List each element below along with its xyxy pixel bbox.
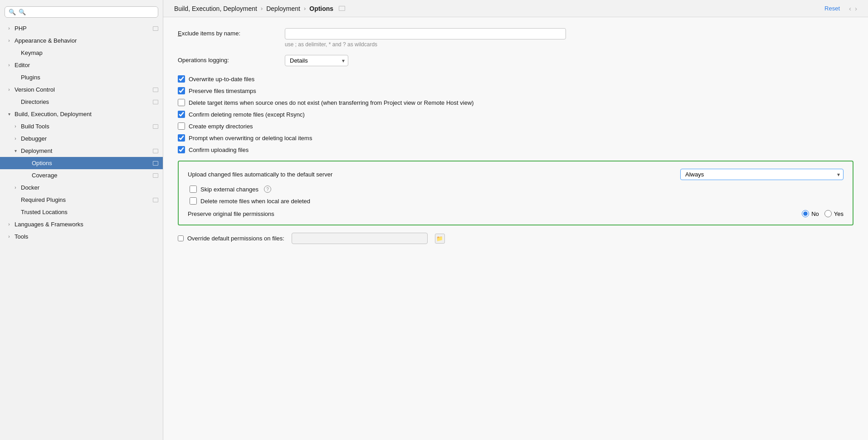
sidebar-item-label: Directories	[21, 98, 150, 105]
reset-button[interactable]: Reset	[824, 5, 840, 12]
preserve-no-option[interactable]: No	[802, 210, 819, 217]
sidebar-item-directories[interactable]: Directories	[0, 96, 163, 108]
preserve-radio-group: No Yes	[802, 210, 844, 217]
skip-external-label[interactable]: Skip external changes	[200, 186, 258, 193]
search-icon: 🔍	[9, 9, 16, 15]
header: Build, Execution, Deployment › Deploymen…	[163, 0, 868, 17]
exclude-items-input[interactable]: .svn;.cvs;.idea;.DS_Store;.git;.hg;*.hpr…	[285, 28, 566, 39]
overwrite-label[interactable]: Overwrite up-to-date files	[189, 76, 254, 83]
checkbox-overwrite: Overwrite up-to-date files	[178, 75, 853, 83]
sidebar-item-required-plugins[interactable]: Required Plugins	[0, 194, 163, 206]
sidebar-item-build-tools[interactable]: › Build Tools	[0, 120, 163, 132]
delete-remote-label[interactable]: Delete remote files when local are delet…	[200, 198, 310, 205]
sidebar-item-label: Appearance & Behavior	[15, 37, 158, 44]
sidebar-item-docker[interactable]: › Docker	[0, 181, 163, 194]
confirm-uploading-checkbox[interactable]	[178, 146, 185, 153]
sidebar-item-label: Build Tools	[21, 123, 150, 130]
sidebar-item-keymap[interactable]: Keymap	[0, 47, 163, 59]
sidebar-item-options[interactable]: Options	[0, 157, 163, 169]
monitor-icon	[153, 173, 158, 178]
sidebar-item-label: Coverage	[32, 172, 150, 179]
exclude-items-control: .svn;.cvs;.idea;.DS_Store;.git;.hg;*.hpr…	[285, 28, 853, 48]
nav-back-button[interactable]: ‹	[849, 5, 851, 12]
breadcrumb-deployment: Deployment	[266, 5, 300, 12]
preserve-permissions-label: Preserve original file permissions	[188, 210, 795, 217]
sidebar-item-build-execution-deployment[interactable]: ▾ Build, Execution, Deployment	[0, 108, 163, 120]
folder-icon: 📁	[436, 235, 443, 242]
monitor-icon	[153, 124, 158, 129]
preserve-yes-radio[interactable]	[824, 210, 832, 217]
operations-logging-select[interactable]: Details Debug Info Warning Error	[285, 55, 348, 66]
preserve-yes-label: Yes	[834, 210, 844, 217]
breadcrumb-sep-2: ›	[304, 5, 306, 12]
exclude-items-hint: use ; as delimiter, * and ? as wildcards	[285, 41, 853, 48]
highlighted-section: Upload changed files automatically to th…	[178, 161, 853, 225]
skip-external-checkbox[interactable]	[190, 186, 197, 193]
monitor-icon	[153, 161, 158, 166]
operations-logging-select-wrapper: Details Debug Info Warning Error	[285, 55, 348, 66]
monitor-icon	[153, 149, 158, 153]
preserve-timestamps-checkbox[interactable]	[178, 87, 185, 94]
override-label-group: Override default permissions on files:	[178, 235, 284, 242]
folder-button[interactable]: 📁	[435, 234, 445, 244]
sidebar-item-label: Keymap	[21, 49, 158, 56]
header-monitor-icon	[339, 6, 345, 11]
sidebar: 🔍 › PHP › Appearance & Behavior Keymap ›…	[0, 0, 163, 440]
delete-remote-checkbox[interactable]	[190, 197, 197, 205]
confirm-uploading-label[interactable]: Confirm uploading files	[189, 147, 249, 153]
prompt-overwriting-checkbox[interactable]	[178, 134, 185, 142]
monitor-icon	[153, 100, 158, 104]
sidebar-item-label: Debugger	[21, 135, 158, 142]
checkbox-delete-remote: Delete remote files when local are delet…	[190, 197, 844, 205]
sidebar-item-editor[interactable]: › Editor	[0, 59, 163, 71]
create-empty-label[interactable]: Create empty directories	[189, 123, 253, 130]
override-permissions-input[interactable]: (none)	[292, 233, 428, 244]
preserve-no-radio[interactable]	[802, 210, 809, 217]
chevron-icon: ›	[6, 38, 12, 43]
chevron-icon: ›	[6, 63, 12, 68]
nav-forward-button[interactable]: ›	[855, 5, 857, 12]
create-empty-checkbox[interactable]	[178, 122, 185, 130]
checkbox-skip-external: Skip external changes ?	[190, 186, 844, 193]
content-area: Exclude items by name: .svn;.cvs;.idea;.…	[163, 17, 868, 440]
confirm-deleting-checkbox[interactable]	[178, 111, 185, 118]
sidebar-item-version-control[interactable]: › Version Control	[0, 83, 163, 96]
chevron-icon: ›	[13, 124, 18, 129]
sidebar-item-appearance-behavior[interactable]: › Appearance & Behavior	[0, 34, 163, 47]
search-input[interactable]	[19, 9, 154, 15]
operations-logging-row: Operations logging: Details Debug Info W…	[178, 55, 853, 66]
chevron-down-icon: ▾	[13, 148, 18, 153]
help-icon[interactable]: ?	[264, 186, 271, 193]
nav-arrows: ‹ ›	[849, 5, 857, 12]
sidebar-item-php[interactable]: › PHP	[0, 22, 163, 34]
sidebar-item-coverage[interactable]: Coverage	[0, 169, 163, 181]
checkbox-prompt-overwriting: Prompt when overwriting or deleting loca…	[178, 134, 853, 142]
confirm-deleting-label[interactable]: Confirm deleting remote files (except Rs…	[189, 111, 305, 118]
sidebar-item-deployment[interactable]: ▾ Deployment	[0, 145, 163, 157]
sidebar-item-label: Options	[32, 160, 150, 166]
sidebar-item-tools[interactable]: › Tools	[0, 230, 163, 243]
preserve-timestamps-label[interactable]: Preserve files timestamps	[189, 88, 256, 94]
preserve-yes-option[interactable]: Yes	[824, 210, 844, 217]
chevron-icon: ›	[13, 136, 18, 141]
monitor-icon	[153, 88, 158, 92]
prompt-overwriting-label[interactable]: Prompt when overwriting or deleting loca…	[189, 135, 312, 142]
monitor-icon	[153, 26, 158, 31]
sidebar-item-languages-frameworks[interactable]: › Languages & Frameworks	[0, 218, 163, 230]
overwrite-checkbox[interactable]	[178, 75, 185, 83]
sidebar-item-label: Plugins	[21, 74, 158, 81]
override-permissions-row: Override default permissions on files: (…	[178, 233, 853, 244]
sidebar-item-trusted-locations[interactable]: Trusted Locations	[0, 206, 163, 218]
breadcrumb-build: Build, Execution, Deployment	[174, 5, 257, 12]
search-bar[interactable]: 🔍	[5, 6, 158, 18]
sidebar-item-debugger[interactable]: › Debugger	[0, 132, 163, 145]
chevron-icon: ›	[6, 234, 12, 239]
upload-select-wrapper: Always Never On explicit save action	[680, 169, 844, 180]
delete-target-checkbox[interactable]	[178, 99, 185, 106]
upload-select[interactable]: Always Never On explicit save action	[680, 169, 844, 180]
upload-label: Upload changed files automatically to th…	[188, 171, 673, 178]
override-permissions-checkbox[interactable]	[178, 235, 184, 241]
delete-target-label[interactable]: Delete target items when source ones do …	[189, 99, 474, 106]
override-permissions-label[interactable]: Override default permissions on files:	[187, 235, 284, 242]
sidebar-item-plugins[interactable]: Plugins	[0, 71, 163, 83]
